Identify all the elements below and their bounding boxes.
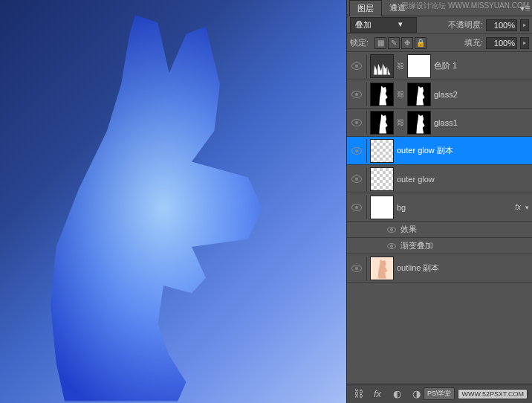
visibility-eye-icon[interactable] <box>351 91 362 98</box>
adjustment-thumb[interactable] <box>370 54 394 78</box>
blend-mode-select[interactable]: 叠加 ▾ <box>350 17 417 33</box>
link-layers-icon[interactable]: ⛓ <box>351 388 365 399</box>
document-canvas[interactable] <box>0 0 346 403</box>
layer-thumb[interactable] <box>370 196 394 219</box>
visibility-eye-icon[interactable] <box>351 265 362 272</box>
layer-name-label[interactable]: outline 副本 <box>397 262 529 274</box>
watermark-badges: PS\学堂 WWW.52PSXT.COM <box>424 387 528 400</box>
artwork-hand <box>22 15 305 402</box>
mask-icon[interactable]: ◐ <box>390 388 403 399</box>
watermark-badge-1: PS\学堂 <box>424 387 455 400</box>
link-icon: ⛓ <box>397 118 404 126</box>
visibility-eye-icon[interactable] <box>351 119 362 126</box>
lock-image-icon[interactable]: ✎ <box>388 37 400 49</box>
adjustment-icon[interactable]: ◑ <box>409 388 423 399</box>
layer-row[interactable]: outline 副本 <box>347 254 532 283</box>
tab-layers[interactable]: 图层 <box>349 0 382 16</box>
mask-thumb[interactable] <box>407 83 431 106</box>
mask-thumb[interactable] <box>407 54 431 78</box>
opacity-flyout-icon[interactable]: ▸ <box>520 19 529 31</box>
layer-name-label[interactable]: bg <box>397 203 512 212</box>
link-icon: ⛓ <box>397 62 404 70</box>
fill-label: 填充: <box>464 37 483 48</box>
opacity-input[interactable] <box>486 19 517 31</box>
layer-name-label[interactable]: 色阶 1 <box>434 60 529 71</box>
fx-badge[interactable]: fx <box>515 203 521 211</box>
layer-thumb[interactable] <box>370 167 394 191</box>
visibility-eye-icon[interactable] <box>351 175 362 183</box>
visibility-eye-icon[interactable] <box>387 227 396 233</box>
layer-row[interactable]: ⛓ glass1 <box>347 109 532 137</box>
chevron-down-icon[interactable]: ▾ <box>525 204 529 211</box>
visibility-eye-icon[interactable] <box>351 147 362 155</box>
layer-thumb[interactable] <box>370 111 394 135</box>
lock-transparency-icon[interactable]: ▦ <box>374 37 386 49</box>
lock-label: 锁定: <box>350 37 369 48</box>
blend-row: 叠加 ▾ 不透明度: ▸ <box>347 16 532 34</box>
layer-thumb[interactable] <box>370 83 394 106</box>
mask-thumb[interactable] <box>407 111 431 135</box>
layer-thumb[interactable] <box>370 139 394 163</box>
layer-name-label[interactable]: outer glow 副本 <box>397 145 529 156</box>
layer-row[interactable]: ⛓ 色阶 1 <box>347 52 532 80</box>
bottom-icons: ⛓ fx ◐ ◑ <box>351 388 423 399</box>
lock-position-icon[interactable]: ✥ <box>401 37 413 49</box>
panel-bottom-bar: ⛓ fx ◐ ◑ PS\学堂 WWW.52PSXT.COM <box>347 384 532 403</box>
layer-thumb[interactable] <box>370 257 394 280</box>
layer-name-label[interactable]: glass2 <box>434 90 529 99</box>
layer-row[interactable]: ⛓ glass2 <box>347 80 532 109</box>
lock-row: 锁定: ▦ ✎ ✥ 🔒 填充: ▸ <box>347 34 532 52</box>
layer-row[interactable]: outer glow <box>347 165 532 193</box>
opacity-label: 不透明度: <box>448 19 483 30</box>
layer-row[interactable]: outer glow 副本 <box>347 137 532 165</box>
lock-all-icon[interactable]: 🔒 <box>415 37 426 49</box>
effects-label: 效果 <box>400 224 417 235</box>
layer-row[interactable]: bg fx ▾ <box>347 193 532 222</box>
blend-mode-value: 叠加 <box>355 20 372 29</box>
layer-name-label[interactable]: glass1 <box>434 118 529 127</box>
fill-input[interactable] <box>486 37 517 49</box>
chevron-down-icon: ▾ <box>398 19 403 29</box>
effect-item[interactable]: 渐变叠加 <box>347 238 532 254</box>
link-icon: ⛓ <box>397 90 404 98</box>
fill-flyout-icon[interactable]: ▸ <box>520 37 529 49</box>
lock-icons: ▦ ✎ ✥ 🔒 <box>374 37 426 49</box>
visibility-eye-icon[interactable] <box>351 204 362 211</box>
watermark-top: 思缘设计论坛 WWW.MISSYUAN.COM <box>401 1 529 11</box>
layers-panel: 思缘设计论坛 WWW.MISSYUAN.COM 图层 通道 ▾≡ 叠加 ▾ 不透… <box>346 0 532 403</box>
visibility-eye-icon[interactable] <box>387 243 396 249</box>
effect-name-label: 渐变叠加 <box>400 240 433 251</box>
watermark-badge-2: WWW.52PSXT.COM <box>458 389 528 399</box>
layer-name-label[interactable]: outer glow <box>397 175 529 184</box>
layers-list: ⛓ 色阶 1 ⛓ glass2 ⛓ glass1 outer glow 副本 <box>347 52 532 283</box>
effects-sublayer[interactable]: 效果 <box>347 222 532 238</box>
visibility-eye-icon[interactable] <box>351 62 362 70</box>
fx-icon[interactable]: fx <box>371 388 384 399</box>
